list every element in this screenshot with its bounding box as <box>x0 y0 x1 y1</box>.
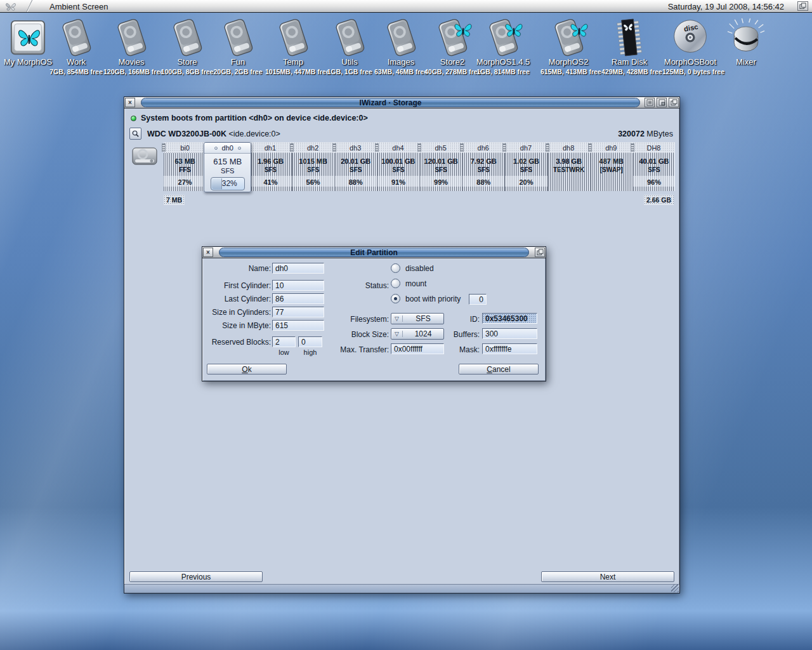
desktop-icon[interactable]: Mixer <box>718 18 774 67</box>
partition-tab[interactable]: bi0 <box>164 142 206 153</box>
screen-depth-gadget[interactable] <box>797 1 808 11</box>
drive-icon[interactable] <box>329 18 370 58</box>
drive-icon[interactable] <box>166 18 208 58</box>
rescan-button[interactable] <box>129 128 141 140</box>
partition-column[interactable]: bi0 63 MB FFS 27% <box>164 142 206 191</box>
partition-body[interactable]: 40.01 GB SFS 96% <box>632 153 675 191</box>
desktop-icon[interactable]: Images 63MB, 46MB free <box>373 18 429 76</box>
max-transfer-field[interactable]: 0x00ffffff <box>391 343 444 354</box>
next-button[interactable]: Next <box>541 571 674 582</box>
depth-icon[interactable] <box>535 248 545 257</box>
iconify-icon[interactable] <box>645 98 655 107</box>
storage-window-titlebar[interactable]: × IWizard · Storage <box>124 97 679 109</box>
first-cylinder-field[interactable]: 10 <box>272 280 324 291</box>
previous-button[interactable]: Previous <box>129 571 263 582</box>
partition-tab[interactable]: dh7 <box>504 142 547 153</box>
resize-grip[interactable] <box>671 585 679 592</box>
partition-divider-handle[interactable] <box>375 143 379 152</box>
partition-column[interactable]: dh8 3.98 GB TESTWRK <box>547 142 590 191</box>
partition-tab[interactable]: dh1 <box>249 142 291 153</box>
drive-icon[interactable] <box>110 18 152 58</box>
partition-column[interactable]: dh1 1.96 GB SFS 41% <box>249 142 291 191</box>
drive-butterfly-icon[interactable] <box>547 18 589 58</box>
desktop-icon[interactable]: Movies 120GB, 166MB free <box>103 18 159 76</box>
drive-butterfly-icon[interactable] <box>431 18 473 58</box>
partition-body[interactable]: 7.92 GB SFS 88% <box>462 153 504 191</box>
size-cylinders-field[interactable]: 77 <box>272 307 324 317</box>
name-field[interactable]: dh0 <box>272 263 324 274</box>
buffers-field[interactable]: 300 <box>482 328 537 339</box>
drive-icon[interactable] <box>217 18 259 58</box>
partition-body[interactable]: 1015 MB SFS 56% <box>292 153 334 191</box>
partition-divider-handle[interactable] <box>546 143 549 152</box>
partition-tab[interactable]: dh3 <box>334 142 377 153</box>
partition-body[interactable]: 100.01 GB SFS 91% <box>377 153 419 191</box>
partition-body[interactable]: 20.01 GB SFS 88% <box>334 153 377 191</box>
size-mbyte-field[interactable]: 615 <box>272 320 324 331</box>
desktop-icon[interactable]: Store2 40GB, 278MB free <box>424 18 480 76</box>
ok-button[interactable]: Ok <box>207 364 287 375</box>
mask-field[interactable]: 0xfffffffe <box>482 343 537 354</box>
partition-column[interactable]: dh7 1.02 GB SFS 20% <box>504 142 547 191</box>
radio-icon[interactable] <box>391 279 400 288</box>
close-icon[interactable]: × <box>203 248 213 257</box>
desktop-icon[interactable]: My MorphOS <box>0 18 56 67</box>
desktop-icon[interactable]: Fun 20GB, 2GB free <box>210 18 266 76</box>
partition-divider-handle[interactable] <box>417 143 421 152</box>
partition-tab[interactable]: DH8 <box>632 142 675 153</box>
morphos-cube-icon[interactable] <box>7 18 49 58</box>
partition-divider-handle[interactable] <box>502 143 506 152</box>
partition-body[interactable]: 1.02 GB SFS 20% <box>504 153 547 191</box>
partition-tab[interactable]: dh4 <box>377 142 419 153</box>
status-option-disabled[interactable]: disabled <box>391 263 434 273</box>
radio-icon[interactable] <box>391 263 400 273</box>
last-cylinder-field[interactable]: 86 <box>272 293 324 304</box>
screen-title[interactable]: Ambient Screen <box>49 2 108 11</box>
partition-column[interactable]: dh9 487 MB [SWAP] <box>590 142 632 191</box>
partition-tab[interactable]: dh8 <box>547 142 590 153</box>
partition-tab[interactable]: dh6 <box>462 142 504 153</box>
partition-column[interactable]: dh3 20.01 GB SFS 88% <box>334 142 377 191</box>
status-option-boot-priority[interactable]: boot with priority <box>391 294 461 303</box>
cd-icon[interactable]: disc <box>669 18 711 58</box>
partition-divider-handle[interactable] <box>162 143 166 152</box>
partition-body[interactable]: 120.01 GB SFS 99% <box>419 153 462 191</box>
desktop-icon[interactable]: Utils 1GB, 1GB free <box>322 18 377 76</box>
drive-icon[interactable] <box>380 18 422 58</box>
ambient-butterfly-icon[interactable] <box>4 1 17 11</box>
partition-tab[interactable]: dh9 <box>590 142 632 153</box>
partition-column[interactable]: dh6 7.92 GB SFS 88% <box>462 142 504 191</box>
drive-icon[interactable] <box>55 18 97 58</box>
partition-tab[interactable]: dh2 <box>292 142 334 153</box>
partition-divider-handle[interactable] <box>588 143 592 152</box>
desktop-icon[interactable]: Temp 1015MB, 447MB free <box>265 18 321 76</box>
zoom-icon[interactable] <box>657 98 667 107</box>
desktop-icon[interactable]: MorphOS2 615MB, 413MB free <box>540 18 596 76</box>
partition-divider-handle[interactable] <box>460 143 464 152</box>
desktop-icon[interactable]: MorphOS1.4.5 1GB, 814MB free <box>475 18 531 76</box>
partition-body[interactable]: 63 MB FFS 27% <box>164 153 206 191</box>
mixer-knob-icon[interactable] <box>725 18 767 58</box>
dialog-titlebar[interactable]: × Edit Partition <box>202 247 546 258</box>
ram-chip-icon[interactable] <box>608 18 650 58</box>
partition-divider-handle[interactable] <box>290 143 294 152</box>
filesystem-popup[interactable]: ▽ SFS <box>391 313 444 324</box>
reserved-low-field[interactable]: 2 <box>272 336 296 347</box>
desktop-icon[interactable]: disc MorphOSBoot 125MB, 0 bytes free <box>662 18 718 76</box>
id-field[interactable]: 0x53465300 <box>482 313 537 324</box>
partition-column-selected[interactable]: dh0 615 MB SFS 32% <box>206 142 249 191</box>
partition-column[interactable]: dh2 1015 MB SFS 56% <box>292 142 334 191</box>
depth-icon[interactable] <box>669 98 679 107</box>
partition-tab[interactable]: dh5 <box>419 142 462 153</box>
desktop-icon[interactable]: Store 100GB, 8GB free <box>159 18 215 76</box>
partition-body[interactable]: 3.98 GB TESTWRK <box>547 153 590 191</box>
partition-body[interactable]: 487 MB [SWAP] <box>590 153 632 191</box>
partition-column[interactable]: dh4 100.01 GB SFS 91% <box>377 142 419 191</box>
drive-icon[interactable] <box>272 18 314 58</box>
status-option-mount[interactable]: mount <box>391 279 426 288</box>
selected-partition-panel[interactable]: dh0 615 MB SFS 32% <box>204 142 251 192</box>
partition-divider-handle[interactable] <box>631 143 634 152</box>
partition-tab[interactable]: dh0 <box>204 143 251 154</box>
boot-priority-field[interactable]: 0 <box>469 294 487 305</box>
partition-column[interactable]: dh5 120.01 GB SFS 99% <box>419 142 462 191</box>
